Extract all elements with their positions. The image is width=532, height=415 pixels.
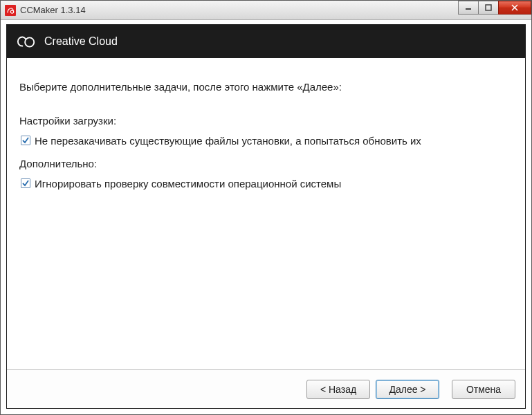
checkbox-2-label: Игнорировать проверку совместимости опер… <box>35 174 513 193</box>
svg-point-0 <box>10 10 13 12</box>
back-button[interactable]: < Назад <box>306 380 370 399</box>
banner-title: Creative Cloud <box>44 35 118 48</box>
svg-rect-2 <box>486 5 491 10</box>
content-area: Выберите дополнительные задачи, после эт… <box>7 58 525 201</box>
creative-cloud-icon <box>17 32 36 51</box>
checkbox-row-1[interactable]: Не перезакачивать существующие файлы уст… <box>19 131 513 150</box>
svg-point-3 <box>25 37 34 46</box>
window-frame: CCMaker 1.3.14 Creative Cloud В <box>0 0 532 415</box>
instruction-text: Выберите дополнительные задачи, после эт… <box>19 77 513 96</box>
window-title: CCMaker 1.3.14 <box>20 5 86 15</box>
section-extra-label: Дополнительно: <box>19 154 513 173</box>
checkbox-row-2[interactable]: Игнорировать проверку совместимости опер… <box>19 174 513 193</box>
svg-rect-1 <box>466 8 471 10</box>
checkbox-1-label: Не перезакачивать существующие файлы уст… <box>35 131 513 150</box>
banner: Creative Cloud <box>7 25 525 58</box>
checkbox-1[interactable] <box>21 136 30 145</box>
maximize-button[interactable] <box>478 1 499 15</box>
minimize-button[interactable] <box>458 1 479 15</box>
footer: < Назад Далее > Отмена <box>7 369 525 408</box>
cancel-button[interactable]: Отмена <box>452 380 515 399</box>
close-button[interactable] <box>498 1 531 15</box>
section-download-label: Настройки загрузки: <box>19 111 513 130</box>
checkbox-2[interactable] <box>21 178 30 188</box>
window-controls <box>459 1 531 16</box>
next-button[interactable]: Далее > <box>376 380 439 399</box>
app-icon <box>5 5 16 16</box>
client-area: Creative Cloud Выберите дополнительные з… <box>6 24 526 409</box>
titlebar[interactable]: CCMaker 1.3.14 <box>1 1 531 20</box>
